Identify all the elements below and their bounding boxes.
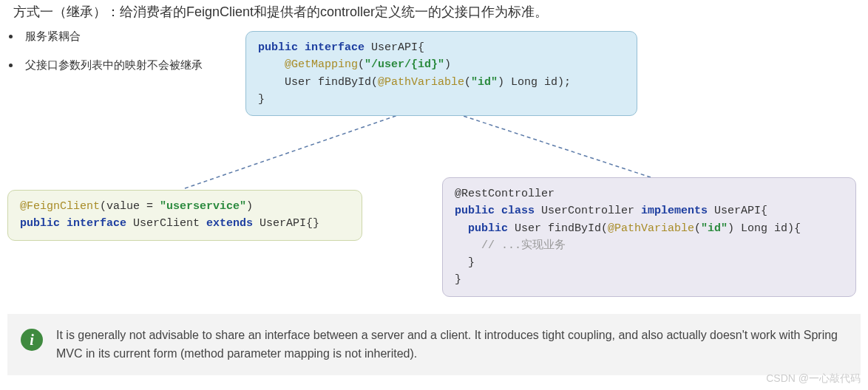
bullet-item: 服务紧耦合 <box>21 30 203 44</box>
svg-line-1 <box>185 107 421 188</box>
info-text: It is generally not advisable to share a… <box>56 326 843 363</box>
bullet-list: 服务紧耦合 父接口参数列表中的映射不会被继承 <box>21 30 203 87</box>
page-title: 方式一（继承）：给消费者的FeignClient和提供者的controller定… <box>0 0 868 27</box>
code-userclient: @FeignClient(value = "userservice") publ… <box>7 190 362 241</box>
svg-line-2 <box>436 107 651 177</box>
code-usercontroller: @RestController public class UserControl… <box>442 177 856 297</box>
watermark: CSDN @一心敲代码 <box>766 372 861 386</box>
bullet-item: 父接口参数列表中的映射不会被继承 <box>21 58 203 72</box>
info-icon: i <box>21 329 43 351</box>
code-userapi: public interface UserAPI{ @GetMapping("/… <box>245 31 637 116</box>
info-callout: i It is generally not advisable to share… <box>7 314 861 375</box>
